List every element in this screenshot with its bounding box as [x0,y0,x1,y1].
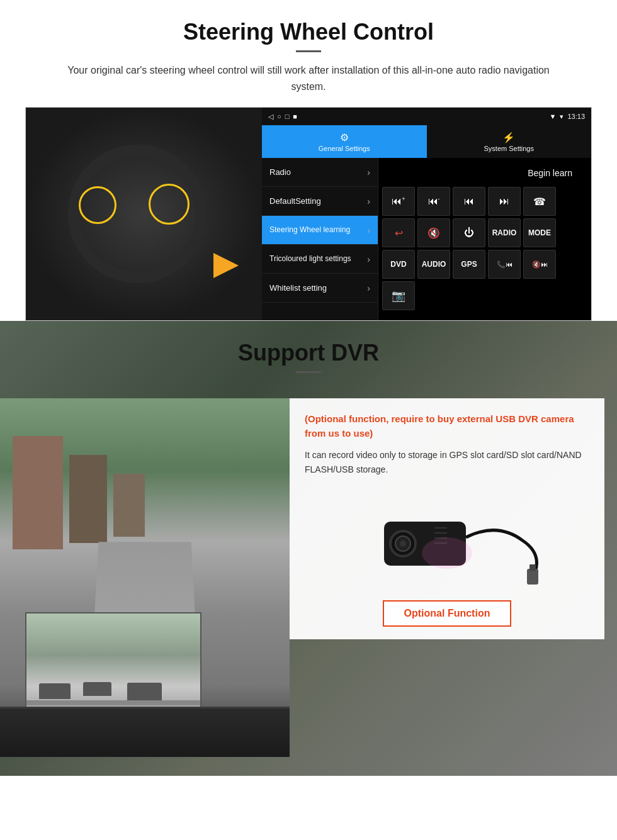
svg-rect-8 [527,569,538,585]
dvr-street-scene [0,398,290,757]
gps-label: GPS [461,260,477,269]
vol-down-icon: ⏮- [428,196,440,207]
android-ui: ◁ ○ □ ■ ▼ ▾ 13:13 ⚙ General Settings ⚡ S… [262,108,591,320]
control-row-3: DVD AUDIO GPS 📞⏮ 🔇⏭ [382,250,587,279]
menu-steering-label: Steering Wheel learning [269,225,350,235]
prev-track-icon: ⏮ [464,196,474,207]
dvr-info-card: (Optional function, require to buy exter… [290,398,604,639]
menu-item-default-setting[interactable]: DefaultSetting › [262,187,378,216]
control-row-1: ⏮+ ⏮- ⏮ ⏭ ☎ [382,187,587,216]
dvr-description: It can record video only to storage in G… [305,448,589,477]
camera-button[interactable]: 📷 [382,281,415,310]
road-line [26,700,200,705]
camera-svg [346,490,548,585]
dvr-preview-inner [26,613,200,718]
yellow-circle-left [79,186,116,224]
android-content: Radio › DefaultSetting › Steering Wheel … [262,158,591,320]
nav-recent-icon: □ [285,113,290,120]
tab-system-label: System Settings [484,145,534,152]
photo-bg [26,108,262,320]
mute-icon: 🔇 [427,227,440,239]
svg-point-3 [400,540,406,547]
dvr-title-block: Support DVR [0,321,617,379]
audio-button[interactable]: AUDIO [417,250,450,279]
steering-wheel-section: Steering Wheel Control Your original car… [0,0,617,321]
clock-display: 13:13 [567,113,585,120]
building-3 [113,474,145,537]
radio-button[interactable]: RADIO [488,218,521,247]
power-icon: ⏻ [464,227,474,238]
general-settings-icon: ⚙ [340,132,349,143]
yellow-circle-right [149,184,190,225]
menu-radio-label: Radio [269,167,291,177]
menu-radio-arrow: › [367,167,370,177]
building-2 [69,455,107,543]
dvr-info-area: (Optional function, require to buy exter… [290,398,617,639]
android-statusbar: ◁ ○ □ ■ ▼ ▾ 13:13 [262,108,591,125]
android-tabs: ⚙ General Settings ⚡ System Settings [262,125,591,158]
control-row-4: 📷 [382,281,587,310]
dvr-optional-text: (Optional function, require to buy exter… [305,412,589,440]
svg-rect-9 [529,564,536,571]
menu-tricoloured-label: Tricoloured light settings [269,254,351,264]
title-divider [296,50,321,52]
menu-whitelist-label: Whitelist setting [269,283,327,293]
dvr-title: Support DVR [0,340,617,366]
tab-system-settings[interactable]: ⚡ System Settings [427,125,592,158]
signal-icon: ▼ [550,113,557,120]
menu-item-radio[interactable]: Radio › [262,158,378,187]
dvr-dashboard [0,707,290,757]
audio-label: AUDIO [422,260,446,269]
dvr-divider [296,371,321,373]
menu-whitelist-arrow: › [367,283,370,293]
tab-general-label: General Settings [319,145,370,152]
tab-general-settings[interactable]: ⚙ General Settings [262,125,427,158]
next-track-icon: ⏭ [499,196,509,207]
steering-subtitle: Your original car's steering wheel contr… [57,62,560,94]
menu-item-tricoloured[interactable]: Tricoloured light settings › [262,245,378,274]
wifi-icon: ▾ [560,113,563,121]
menu-item-whitelist[interactable]: Whitelist setting › [262,274,378,303]
phone-prev-button[interactable]: 📞⏮ [488,250,521,279]
dvr-section: Support DVR [0,321,617,776]
optional-function-button[interactable]: Optional Function [383,600,512,627]
menu-default-label: DefaultSetting [269,196,321,206]
prev-track-button[interactable]: ⏮ [453,187,485,216]
nav-back-icon: ◁ [268,113,273,121]
mute-next-icon: 🔇⏭ [532,260,548,269]
gps-button[interactable]: GPS [453,250,485,279]
camera-icon: 📷 [392,289,405,303]
begin-learn-button[interactable]: Begin learn [518,164,582,182]
begin-learn-row: Begin learn [382,162,587,184]
dvd-button[interactable]: DVD [382,250,415,279]
menu-steering-arrow: › [367,225,370,235]
hang-up-icon: ↩ [395,227,403,239]
mode-button[interactable]: MODE [523,218,556,247]
nav-home-icon: ○ [277,113,281,120]
menu-tricoloured-arrow: › [367,254,370,264]
dvr-main-area: (Optional function, require to buy exter… [0,379,617,776]
preview-car-3 [127,683,162,700]
mute-button[interactable]: 🔇 [417,218,450,247]
dvr-camera-image [305,487,589,588]
phone-prev-icon: 📞⏮ [497,260,512,269]
control-row-2: ↩ 🔇 ⏻ RADIO MODE [382,218,587,247]
mute-next-button[interactable]: 🔇⏭ [523,250,556,279]
phone-button[interactable]: ☎ [523,187,556,216]
preview-car-1 [39,683,71,699]
nav-menu-icon: ■ [293,113,297,120]
arrow-overlay [188,253,239,278]
steering-title: Steering Wheel Control [25,19,592,45]
steering-control-panel: Begin learn ⏮+ ⏮- ⏮ ⏭ ☎ ↩ 🔇 ⏻ [378,158,591,320]
steering-panel: ◁ ○ □ ■ ▼ ▾ 13:13 ⚙ General Settings ⚡ S… [25,107,592,321]
system-settings-icon: ⚡ [502,132,515,143]
menu-item-steering-wheel[interactable]: Steering Wheel learning › [262,216,378,245]
radio-label: RADIO [492,228,517,237]
hang-up-button[interactable]: ↩ [382,218,415,247]
vol-up-button[interactable]: ⏮+ [382,187,415,216]
power-button[interactable]: ⏻ [453,218,485,247]
next-track-button[interactable]: ⏭ [488,187,521,216]
dvr-preview-box [25,612,201,719]
vol-down-button[interactable]: ⏮- [417,187,450,216]
settings-menu: Radio › DefaultSetting › Steering Wheel … [262,158,378,320]
